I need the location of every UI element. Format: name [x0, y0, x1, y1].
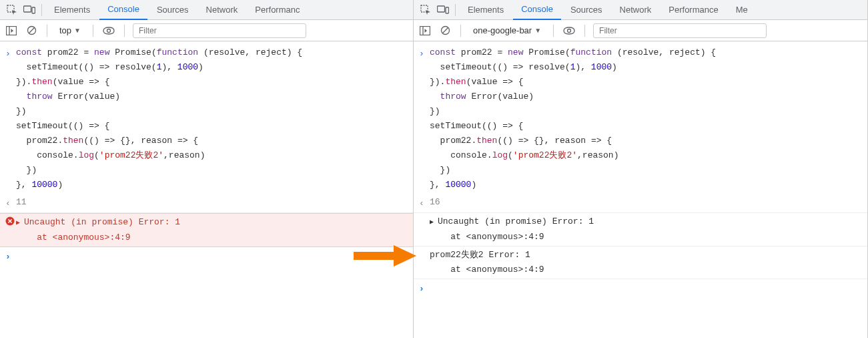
console-output: const prom22 = new Promise(function (res… — [414, 41, 867, 338]
return-value[interactable]: 11 — [16, 195, 408, 210]
console-prompt[interactable]: › — [0, 247, 413, 267]
toolbar-separator3 — [584, 25, 585, 37]
tab-performance[interactable]: Performance — [661, 0, 726, 20]
error-body[interactable]: Uncaught (in promise) Error: 1 at <anony… — [16, 215, 408, 245]
tab-sources[interactable]: Sources — [149, 0, 197, 20]
empty-gutter — [419, 248, 430, 249]
svg-rect-2 — [32, 7, 35, 13]
console-output: const prom22 = new Promise(function (res… — [0, 41, 413, 338]
prompt-marker — [419, 45, 430, 61]
prompt-marker — [5, 45, 16, 61]
clear-console-icon[interactable] — [438, 23, 452, 38]
inspect-icon[interactable] — [4, 2, 20, 18]
console-toolbar: top ▼ — [0, 20, 413, 41]
filter-box — [593, 23, 767, 38]
context-selector[interactable]: top ▼ — [55, 24, 85, 37]
filter-input[interactable] — [593, 23, 767, 38]
console-input-row: const prom22 = new Promise(function (res… — [0, 44, 413, 194]
toolbar-separator2 — [553, 25, 554, 37]
return-marker — [419, 195, 430, 211]
annotation-arrow — [354, 244, 417, 268]
context-label: top — [59, 25, 71, 35]
filter-input[interactable] — [133, 23, 306, 38]
code-block[interactable]: const prom22 = new Promise(function (res… — [16, 45, 408, 192]
toolbar-separator2 — [93, 25, 93, 37]
context-label: one-google-bar — [473, 25, 532, 35]
console-toolbar: one-google-bar ▼ — [414, 20, 867, 41]
sidebar-toggle-icon[interactable] — [418, 23, 432, 38]
console-prompt[interactable]: › — [414, 279, 867, 299]
toolbar-separator3 — [124, 25, 125, 37]
console-error-row: Uncaught (in promise) Error: 1 at <anony… — [414, 213, 867, 246]
log-body[interactable]: prom22失败2 Error: 1 at <anonymous>:4:9 — [430, 248, 862, 277]
tab-network[interactable]: Network — [612, 0, 660, 20]
console-return-row: 11 — [0, 194, 413, 213]
inspect-icon[interactable] — [418, 2, 434, 18]
svg-rect-8 — [438, 6, 445, 12]
error-body[interactable]: Uncaught (in promise) Error: 1 at <anony… — [430, 214, 862, 244]
expand-error-icon[interactable] — [430, 214, 438, 230]
tab-performance[interactable]: Performanc — [247, 0, 308, 20]
toolbar-separator — [47, 25, 47, 37]
chevron-down-icon: ▼ — [74, 27, 81, 34]
tab-sources[interactable]: Sources — [562, 0, 610, 20]
devtools-tabs: Elements Console Sources Network Perform… — [0, 0, 413, 20]
return-value[interactable]: 16 — [430, 195, 862, 210]
sidebar-toggle-icon[interactable] — [4, 23, 19, 38]
svg-rect-9 — [446, 7, 449, 13]
empty-gutter — [419, 214, 430, 216]
tab-elements[interactable]: Elements — [460, 0, 512, 20]
device-toggle-icon[interactable] — [21, 2, 37, 18]
live-expression-icon[interactable] — [562, 23, 576, 38]
tab-memory[interactable]: Me — [728, 0, 756, 20]
console-input-row: const prom22 = new Promise(function (res… — [414, 44, 867, 194]
filter-box — [133, 23, 306, 38]
console-log-row: prom22失败2 Error: 1 at <anonymous>:4:9 — [414, 246, 867, 279]
device-toggle-icon[interactable] — [435, 2, 451, 18]
expand-error-icon[interactable] — [16, 215, 24, 230]
svg-point-5 — [107, 29, 110, 32]
error-icon — [5, 215, 16, 226]
devtools-tabs: Elements Console Sources Network Perform… — [414, 0, 867, 20]
devtools-right-pane: Elements Console Sources Network Perform… — [414, 0, 868, 338]
svg-point-12 — [568, 29, 571, 32]
tab-console[interactable]: Console — [513, 0, 561, 20]
tab-console[interactable]: Console — [99, 0, 147, 20]
toolbar-separator — [460, 25, 461, 37]
svg-rect-1 — [24, 6, 31, 12]
tab-separator — [455, 4, 456, 16]
tab-network[interactable]: Network — [198, 0, 246, 20]
live-expression-icon[interactable] — [101, 23, 116, 38]
console-return-row: 16 — [414, 194, 867, 213]
chevron-down-icon: ▼ — [534, 27, 541, 34]
return-marker — [5, 195, 16, 211]
devtools-left-pane: Elements Console Sources Network Perform… — [0, 0, 414, 338]
context-selector[interactable]: one-google-bar ▼ — [469, 24, 545, 37]
tab-elements[interactable]: Elements — [46, 0, 98, 20]
console-error-row: Uncaught (in promise) Error: 1 at <anony… — [0, 213, 413, 247]
clear-console-icon[interactable] — [24, 23, 39, 38]
code-block[interactable]: const prom22 = new Promise(function (res… — [430, 45, 862, 192]
tab-separator — [41, 4, 42, 16]
